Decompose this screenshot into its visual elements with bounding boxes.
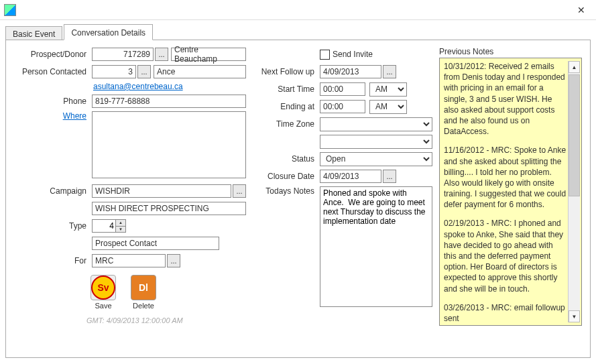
prospect-id-input[interactable]: [92, 48, 154, 61]
phone-input[interactable]: [92, 95, 246, 108]
prospect-name-display: Centre Beauchamp: [171, 48, 246, 61]
for-lookup-button[interactable]: ...: [167, 254, 180, 267]
type-value-input[interactable]: [93, 220, 115, 232]
middle-column: Send Invite Next Follow up ... Start Tim…: [253, 47, 432, 351]
followup-label: Next Follow up: [253, 67, 320, 76]
for-label: For: [14, 256, 92, 265]
campaign-lookup-button[interactable]: ...: [233, 184, 246, 198]
todays-notes-label: Todays Notes: [253, 186, 320, 196]
scroll-up-button[interactable]: ▲: [569, 61, 580, 73]
type-name-display: Prospect Contact: [92, 237, 219, 250]
type-spinner[interactable]: ▲ ▼: [92, 219, 126, 233]
tab-page-conversation-details: Prospect/Donor ... Centre Beauchamp Pers…: [5, 40, 591, 358]
timezone-select-1[interactable]: [320, 117, 432, 131]
tab-conversation-details[interactable]: Conversation Details: [64, 24, 153, 40]
previous-notes-scrollbar[interactable]: ▲ ▼: [568, 61, 580, 322]
send-invite-label: Send Invite: [333, 50, 373, 59]
start-time-input[interactable]: [320, 82, 365, 96]
phone-label: Phone: [14, 97, 92, 106]
left-column: Prospect/Donor ... Centre Beauchamp Pers…: [14, 47, 246, 351]
where-textarea[interactable]: [92, 111, 246, 178]
campaign-code-input[interactable]: [92, 184, 231, 198]
title-bar: ✕: [0, 0, 596, 20]
timezone-label: Time Zone: [253, 119, 320, 129]
previous-notes-content: 10/31/2012: Received 2 emails from Denis…: [444, 61, 567, 322]
previous-notes-title: Previous Notes: [439, 47, 582, 56]
send-invite-box[interactable]: [320, 50, 330, 60]
where-link-label[interactable]: Where: [14, 111, 92, 121]
previous-note-entry: 02/19/2013 - MRC: I phoned and spoke to …: [444, 218, 567, 294]
end-time-input[interactable]: [320, 100, 365, 113]
save-button-label: Save: [95, 302, 111, 310]
contact-lookup-button[interactable]: ...: [137, 65, 151, 78]
prospect-donor-label: Prospect/Donor: [14, 50, 92, 59]
start-time-label: Start Time: [253, 84, 320, 94]
closure-picker-button[interactable]: ...: [383, 170, 396, 183]
prospect-lookup-button[interactable]: ...: [155, 48, 168, 61]
contact-email-link[interactable]: asultana@centrebeau.ca: [14, 82, 246, 91]
closure-date-input[interactable]: [320, 170, 381, 183]
delete-button[interactable]: Dl Delete: [127, 275, 160, 310]
previous-note-entry: 03/26/2013 - MRC: email followup sent: [444, 302, 567, 322]
campaign-name-display: WISH DIRECT PROSPECTING: [92, 202, 246, 215]
followup-input[interactable]: [320, 65, 381, 78]
close-button[interactable]: ✕: [566, 0, 596, 19]
closure-date-label: Closure Date: [253, 172, 320, 181]
type-label: Type: [14, 221, 92, 231]
tab-basic-event[interactable]: Basic Event: [5, 26, 62, 41]
start-ampm-select[interactable]: AM: [369, 82, 407, 97]
previous-note-entry: 11/16/2012 - MRC: Spoke to Anke and she …: [444, 145, 567, 210]
previous-note-entry: 10/31/2012: Received 2 emails from Denis…: [444, 61, 567, 137]
campaign-label: Campaign: [14, 186, 92, 196]
previous-notes-panel: 10/31/2012: Received 2 emails from Denis…: [439, 58, 582, 326]
contact-id-input[interactable]: [92, 65, 136, 78]
save-icon: Sv: [91, 276, 115, 300]
delete-button-label: Delete: [133, 302, 154, 310]
followup-picker-button[interactable]: ...: [383, 65, 396, 78]
for-input[interactable]: [92, 254, 166, 267]
app-icon: [4, 4, 16, 16]
contact-name-display: Ance: [154, 65, 246, 78]
right-column: Previous Notes 10/31/2012: Received 2 em…: [439, 47, 582, 351]
window-body: Basic Event Conversation Details Prospec…: [0, 20, 596, 364]
end-time-label: Ending at: [253, 102, 320, 111]
type-spin-up[interactable]: ▲: [116, 220, 125, 227]
end-ampm-select[interactable]: AM: [369, 100, 407, 114]
person-contacted-label: Person Contacted: [14, 67, 92, 76]
scroll-down-button[interactable]: ▼: [569, 310, 580, 322]
todays-notes-textarea[interactable]: Phoned and spoke with Ance. We are going…: [320, 186, 432, 307]
status-label: Status: [253, 154, 320, 164]
type-spin-down[interactable]: ▼: [116, 227, 125, 233]
gmt-timestamp: GMT: 4/09/2013 12:00:00 AM: [86, 316, 246, 324]
status-select[interactable]: Open: [320, 152, 432, 166]
action-bar: Sv Save Dl Delete: [86, 275, 246, 310]
save-button[interactable]: Sv Save: [86, 275, 120, 310]
tab-strip: Basic Event Conversation Details: [5, 24, 591, 40]
send-invite-checkbox[interactable]: Send Invite: [320, 50, 373, 60]
scroll-thumb[interactable]: [569, 74, 580, 196]
timezone-select-2[interactable]: [320, 135, 432, 149]
delete-icon: Dl: [131, 275, 156, 300]
